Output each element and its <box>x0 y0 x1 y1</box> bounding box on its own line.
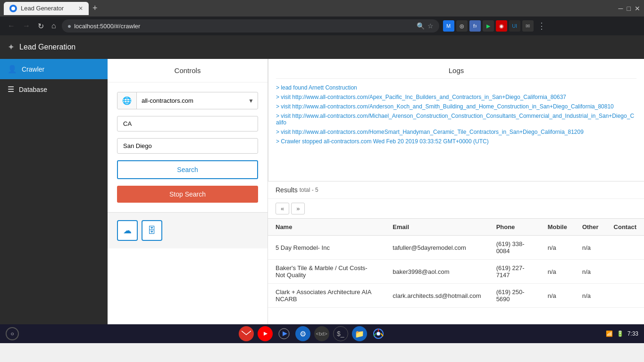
next-page-button[interactable]: » <box>291 203 305 214</box>
row-1-mobile: n/a <box>540 260 575 284</box>
ext-icon-7[interactable]: ✉ <box>522 20 534 32</box>
row-1-other: n/a <box>575 260 606 284</box>
ext-icon-5[interactable]: ◉ <box>496 20 507 32</box>
log-entries: > lead found Arnett Construction > visit… <box>276 84 636 145</box>
ext-icon-2[interactable]: ◎ <box>456 20 468 32</box>
taskbar-chrome-app[interactable] <box>371 326 386 341</box>
main-panels: Controls 🌐 all-contractors.com ▼ Search … <box>108 59 644 324</box>
sidebar-item-crawler-label: Crawler <box>22 66 44 73</box>
svg-point-7 <box>376 332 380 336</box>
browser-titlebar: Lead Generator ✕ + ─ □ ✕ <box>0 0 644 16</box>
dropdown-arrow-icon: ▼ <box>244 94 258 108</box>
taskbar-play-app[interactable] <box>276 326 292 341</box>
prev-page-button[interactable]: « <box>276 203 289 214</box>
bookmark-icon[interactable]: ☆ <box>427 22 434 30</box>
sidebar-item-crawler[interactable]: 👤 Crawler <box>0 59 108 79</box>
logs-panel: Logs > lead found Arnett Construction > … <box>268 59 644 181</box>
row-0-phone: (619) 338-0084 <box>489 236 540 260</box>
log-entry-0: > lead found Arnett Construction <box>276 84 636 91</box>
taskbar-terminal-app[interactable]: $_ <box>333 326 348 341</box>
results-table-area: Name Email Phone Mobile Other Contact 5 … <box>268 218 644 324</box>
right-panel: Logs > lead found Arnett Construction > … <box>268 59 644 324</box>
col-contact: Contact <box>606 219 644 236</box>
ext-icon-6[interactable]: UI <box>509 20 520 32</box>
app-title: Lead Generation <box>19 43 75 51</box>
table-row: Baker's Tile & Marble / Cut Costs- Not Q… <box>268 260 644 284</box>
sidebar-item-database[interactable]: ☰ Database <box>0 79 108 99</box>
forward-button[interactable]: → <box>21 20 32 32</box>
tab-close-button[interactable]: ✕ <box>78 5 83 12</box>
row-1-email: baker3998@aol.com <box>385 260 488 284</box>
app-header: ✦ Lead Generation <box>0 35 644 59</box>
stop-search-button[interactable]: Stop Search <box>117 186 258 203</box>
col-mobile: Mobile <box>540 219 575 236</box>
results-label: Results <box>276 186 298 194</box>
controls-panel: Controls 🌐 all-contractors.com ▼ Search … <box>108 59 268 324</box>
city-input[interactable] <box>117 138 258 154</box>
taskbar-mail-app[interactable] <box>239 326 254 341</box>
home-button[interactable]: ⌂ <box>50 20 58 32</box>
tab-favicon <box>9 5 17 12</box>
results-tbody: 5 Day Remodel- Inc tafuller@5dayremodel.… <box>268 236 644 308</box>
controls-panel-title: Controls <box>108 59 268 82</box>
taskbar-youtube-app[interactable] <box>258 326 273 341</box>
log-entry-5: > Crawler stopped all-contractors.com We… <box>276 138 636 145</box>
battery-icon: 🔋 <box>617 330 624 337</box>
search-button[interactable]: Search <box>117 160 258 179</box>
search-icon[interactable]: 🔍 <box>417 22 425 30</box>
app-logo-icon: ✦ <box>8 42 15 52</box>
window-controls: ─ □ ✕ <box>619 5 640 12</box>
results-total: total - 5 <box>300 187 318 193</box>
row-1-name: Baker's Tile & Marble / Cut Costs- Not Q… <box>268 260 385 284</box>
svg-point-0 <box>11 7 15 10</box>
crawler-icon: 👤 <box>8 65 17 74</box>
address-bar[interactable]: ● localhost:5000/#/crawler 🔍 ☆ <box>62 19 439 33</box>
log-entry-1: > visit http://www.all-contractors.com/A… <box>276 94 636 100</box>
domain-select[interactable]: all-contractors.com <box>137 93 244 108</box>
database-button[interactable]: 🗄 <box>142 220 162 241</box>
row-0-mobile: n/a <box>540 236 575 260</box>
sidebar: 👤 Crawler ☰ Database <box>0 59 108 324</box>
taskbar-circle-button[interactable]: ○ <box>6 327 19 340</box>
row-0-name: 5 Day Remodel- Inc <box>268 236 385 260</box>
maximize-button[interactable]: □ <box>627 5 631 12</box>
secure-icon: ● <box>67 22 71 30</box>
globe-icon: 🌐 <box>117 92 137 109</box>
ext-icon-3[interactable]: f3 <box>469 20 481 32</box>
svg-marker-5 <box>283 331 287 336</box>
col-email: Email <box>385 219 488 236</box>
taskbar-left: ○ <box>6 327 19 340</box>
upload-icon: ☁ <box>123 225 132 236</box>
taskbar-right: 📶 🔋 7:33 <box>606 330 638 337</box>
browser-addressbar: ← → ↻ ⌂ ● localhost:5000/#/crawler 🔍 ☆ M… <box>0 16 644 35</box>
upload-button[interactable]: ☁ <box>117 220 138 241</box>
table-row: 5 Day Remodel- Inc tafuller@5dayremodel.… <box>268 236 644 260</box>
sidebar-item-database-label: Database <box>19 86 47 93</box>
row-2-name: Clark + Associates Architecture AIA NCAR… <box>268 284 385 308</box>
log-entry-3: > visit http://www.all-contractors.com/M… <box>276 113 636 126</box>
reload-button[interactable]: ↻ <box>36 20 46 33</box>
back-button[interactable]: ← <box>6 20 17 32</box>
state-input[interactable] <box>117 116 258 132</box>
taskbar-center: ⚙ <txt> $_ 📁 <box>239 326 386 341</box>
url-text: localhost:5000/#/crawler <box>74 23 414 30</box>
domain-select-wrapper: 🌐 all-contractors.com ▼ <box>117 92 258 109</box>
action-buttons: ☁ 🗄 <box>108 212 268 248</box>
browser-tab[interactable]: Lead Generator ✕ <box>4 2 89 15</box>
row-2-contact <box>606 284 644 308</box>
close-button[interactable]: ✕ <box>635 5 640 12</box>
taskbar-settings-app[interactable]: ⚙ <box>295 326 310 341</box>
row-1-phone: (619) 227-7147 <box>489 260 540 284</box>
table-header-row: Name Email Phone Mobile Other Contact <box>268 219 644 236</box>
app-body: 👤 Crawler ☰ Database Controls 🌐 all-cont… <box>0 59 644 324</box>
results-header: Results total - 5 <box>268 181 644 199</box>
browser-menu-icon[interactable]: ⋮ <box>537 21 546 31</box>
minimize-button[interactable]: ─ <box>619 5 623 12</box>
taskbar-files-app[interactable]: 📁 <box>352 326 367 341</box>
wifi-status-icon: 📶 <box>606 330 613 337</box>
taskbar-txt-app[interactable]: <txt> <box>314 326 329 341</box>
log-entry-4: > visit http://www.all-contractors.com/H… <box>276 129 636 135</box>
ext-icon-4[interactable]: ▶ <box>483 20 494 32</box>
new-tab-button[interactable]: + <box>92 3 98 13</box>
ext-icon-1[interactable]: M <box>443 20 454 32</box>
